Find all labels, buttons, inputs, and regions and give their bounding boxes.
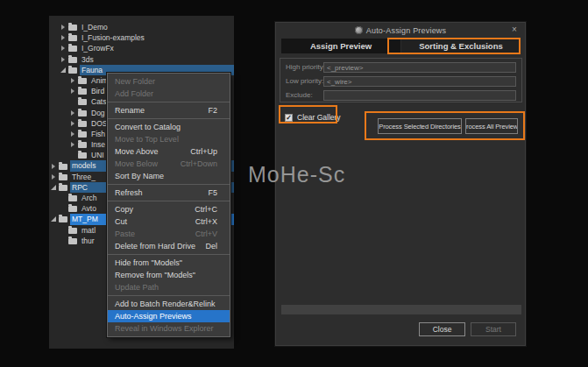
menu-item-label: Update Path (115, 283, 159, 292)
menu-item-shortcut: Ctrl+Up (183, 147, 217, 156)
menu-item-label: Move Below (115, 159, 158, 168)
folder-icon (59, 174, 67, 180)
folder-icon (68, 57, 77, 63)
tree-item-label: I_GrowFx (80, 43, 234, 53)
close-button[interactable]: Close (419, 322, 465, 336)
menu-item-label: Add to Batch Render&Relink (115, 300, 216, 308)
menu-item-label: Move to Top Level (115, 135, 179, 144)
folder-icon (68, 35, 77, 41)
menu-separator (108, 254, 230, 255)
menu-item-label: Refresh (115, 188, 143, 197)
tree-item[interactable]: 3ds (49, 54, 234, 65)
tree-item-label: 3ds (80, 54, 234, 65)
tree-item-label: I_Fusion-examples (80, 32, 234, 43)
collapse-arrow-icon[interactable] (51, 184, 57, 190)
arrow-spacer (60, 206, 67, 212)
expand-arrow-icon[interactable] (60, 25, 67, 31)
menu-item[interactable]: CutCtrl+X (108, 215, 230, 228)
menu-item-label: Remove from "Models" (115, 271, 195, 279)
menu-item-label: Delete from Hard Drive (115, 242, 195, 251)
menu-item-label: Move Above (115, 147, 159, 156)
folder-icon (78, 78, 87, 84)
dialog-tab-bar: Assign Preview Sorting & Exclusions (281, 39, 521, 53)
menu-item-label: Add Folder (115, 89, 153, 98)
folder-icon (68, 46, 77, 52)
close-icon[interactable]: × (509, 25, 520, 35)
dialog-titlebar: Auto-Assign Previews × (275, 22, 526, 39)
menu-item: Move to Top Level (108, 133, 230, 145)
menu-item[interactable]: CopyCtrl+C (108, 203, 230, 215)
menu-item[interactable]: Delete from Hard DriveDel (108, 240, 230, 252)
high-priority-label: High priority: (286, 62, 325, 73)
menu-item[interactable]: Add to Batch Render&Relink (108, 298, 230, 310)
expand-arrow-icon[interactable] (70, 120, 76, 126)
exclude-label: Exclude: (286, 90, 313, 101)
process-selected-directories-button[interactable]: Process Selected Directories (378, 118, 462, 134)
expand-arrow-icon[interactable] (70, 78, 76, 84)
menu-item[interactable]: RefreshF5 (108, 187, 230, 199)
menu-item-label: Convert to Catalog (115, 123, 181, 131)
menu-item-shortcut: Del (198, 242, 217, 251)
menu-item[interactable]: Hide from "Models" (108, 257, 230, 269)
progress-bar (281, 305, 521, 314)
tab-assign-preview[interactable]: Assign Preview (281, 39, 400, 53)
tree-item[interactable]: I_Fusion-examples (49, 32, 234, 43)
menu-item-label: Auto-Assign Previews (115, 312, 192, 321)
menu-item[interactable]: Convert to Catalog (108, 121, 230, 133)
tab-sorting-exclusions[interactable]: Sorting & Exclusions (400, 39, 521, 53)
tree-item[interactable]: I_Demo (49, 22, 234, 32)
menu-item-label: Sort By Name (115, 172, 164, 180)
menu-item[interactable]: Remove from "Models" (108, 269, 230, 281)
expand-arrow-icon[interactable] (60, 35, 67, 41)
menu-separator (108, 184, 230, 185)
menu-item-shortcut: Ctrl+C (188, 205, 217, 214)
low-priority-label: Low priority: (286, 76, 323, 87)
context-menu: New FolderAdd FolderRenameF2Convert to C… (107, 73, 230, 337)
menu-item-label: Hide from "Models" (115, 258, 182, 267)
menu-item: Add Folder (108, 88, 230, 100)
tree-item[interactable]: I_GrowFx (49, 43, 234, 53)
collapse-arrow-icon[interactable] (60, 67, 67, 73)
arrow-spacer (60, 237, 67, 243)
high-priority-input[interactable] (323, 62, 516, 73)
menu-item[interactable]: RenameF2 (108, 104, 230, 116)
arrow-spacer (70, 152, 76, 159)
folder-icon (68, 195, 77, 201)
clear-gallery-checkbox[interactable]: ✓ (285, 114, 293, 122)
folder-icon (78, 99, 87, 105)
folder-icon (78, 142, 87, 148)
menu-item[interactable]: Move AboveCtrl+Up (108, 145, 230, 158)
menu-item-label: Cut (115, 217, 127, 226)
expand-arrow-icon[interactable] (51, 173, 57, 180)
low-priority-input[interactable] (323, 76, 516, 87)
expand-arrow-icon[interactable] (70, 131, 76, 137)
priority-group-box: High priority: Low priority: Exclude: (280, 58, 522, 102)
expand-arrow-icon[interactable] (51, 163, 57, 169)
exclude-input[interactable] (323, 90, 516, 101)
menu-item[interactable]: Sort By Name (108, 170, 230, 182)
menu-item-shortcut: Ctrl+Down (174, 159, 217, 168)
menu-item: PasteCtrl+V (108, 228, 230, 240)
dialog-title: Auto-Assign Previews (366, 26, 447, 35)
menu-separator (108, 295, 230, 296)
menu-item-label: Rename (115, 106, 145, 115)
process-all-previews-button[interactable]: Process All Previews (465, 118, 518, 134)
expand-arrow-icon[interactable] (70, 88, 76, 95)
folder-icon (68, 67, 77, 74)
menu-separator (108, 201, 230, 201)
arrow-spacer (70, 99, 76, 105)
expand-arrow-icon[interactable] (70, 109, 76, 116)
expand-arrow-icon[interactable] (60, 46, 67, 52)
start-button: Start (471, 322, 516, 336)
expand-arrow-icon[interactable] (60, 56, 67, 62)
folder-icon (68, 228, 77, 234)
collapse-arrow-icon[interactable] (51, 216, 57, 222)
menu-item: Reveal in Windows Explorer (108, 322, 230, 335)
expand-arrow-icon[interactable] (70, 142, 76, 148)
menu-item-label: Paste (115, 229, 135, 238)
menu-item-shortcut: F2 (201, 106, 217, 115)
menu-item: Move BelowCtrl+Down (108, 158, 230, 170)
folder-icon (59, 216, 67, 222)
menu-item[interactable]: Auto-Assign Previews (108, 310, 230, 322)
folder-icon (59, 185, 67, 191)
